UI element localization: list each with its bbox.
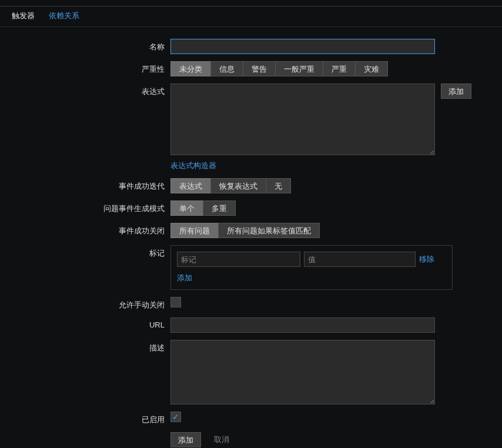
label-description: 描述	[0, 340, 170, 353]
ok-close-group: 所有问题 所有问题如果标签值匹配	[170, 223, 320, 238]
problem-mode-single[interactable]: 单个	[170, 200, 203, 216]
tags-container: 移除 添加	[170, 245, 453, 290]
ok-event-gen-group: 表达式 恢复表达式 无	[170, 178, 291, 193]
tag-remove-link[interactable]: 移除	[419, 254, 434, 265]
tabs: 触发器 依赖关系	[0, 6, 502, 27]
severity-high[interactable]: 严重	[323, 61, 356, 76]
expression-constructor-link[interactable]: 表达式构造器	[170, 161, 216, 170]
label-ok-event-gen: 事件成功迭代	[0, 178, 170, 192]
ok-close-all-if-tag[interactable]: 所有问题如果标签值匹配	[218, 223, 320, 238]
severity-warning[interactable]: 警告	[243, 61, 276, 76]
submit-add-button[interactable]: 添加	[170, 432, 201, 447]
description-textarea[interactable]	[170, 340, 435, 404]
label-problem-mode: 问题事件生成模式	[0, 200, 170, 214]
severity-disaster[interactable]: 灾难	[355, 61, 388, 76]
label-expression: 表达式	[0, 83, 170, 97]
severity-group: 未分类 信息 警告 一般严重 严重 灾难	[170, 61, 388, 76]
enabled-checkbox[interactable]	[170, 412, 181, 422]
expression-textarea[interactable]	[170, 83, 435, 155]
ok-event-expression[interactable]: 表达式	[170, 178, 211, 193]
ok-close-all[interactable]: 所有问题	[170, 223, 219, 238]
label-url: URL	[0, 317, 170, 329]
tab-dependencies[interactable]: 依赖关系	[42, 6, 86, 26]
cancel-button[interactable]: 取消	[208, 432, 235, 447]
problem-mode-multiple[interactable]: 多重	[203, 200, 236, 216]
problem-mode-group: 单个 多重	[170, 200, 236, 216]
tag-add-link[interactable]: 添加	[177, 273, 192, 282]
severity-information[interactable]: 信息	[210, 61, 243, 76]
name-input[interactable]	[170, 39, 435, 54]
ok-event-none[interactable]: 无	[266, 178, 291, 193]
tag-key-input[interactable]	[177, 252, 300, 267]
label-enabled: 已启用	[0, 412, 170, 425]
severity-not-classified[interactable]: 未分类	[170, 61, 211, 76]
tag-value-input[interactable]	[304, 252, 416, 267]
label-severity: 严重性	[0, 61, 170, 75]
tab-trigger[interactable]: 触发器	[5, 6, 42, 26]
severity-average[interactable]: 一般严重	[275, 61, 323, 76]
tag-row: 移除	[177, 252, 446, 267]
label-tags: 标记	[0, 245, 170, 259]
allow-manual-close-checkbox[interactable]	[170, 297, 181, 307]
expression-add-button[interactable]: 添加	[441, 83, 471, 99]
label-allow-manual-close: 允许手动关闭	[0, 297, 170, 310]
url-input[interactable]	[170, 317, 435, 333]
label-name: 名称	[0, 39, 170, 52]
ok-event-recovery[interactable]: 恢复表达式	[210, 178, 266, 193]
label-ok-close: 事件成功关闭	[0, 223, 170, 236]
